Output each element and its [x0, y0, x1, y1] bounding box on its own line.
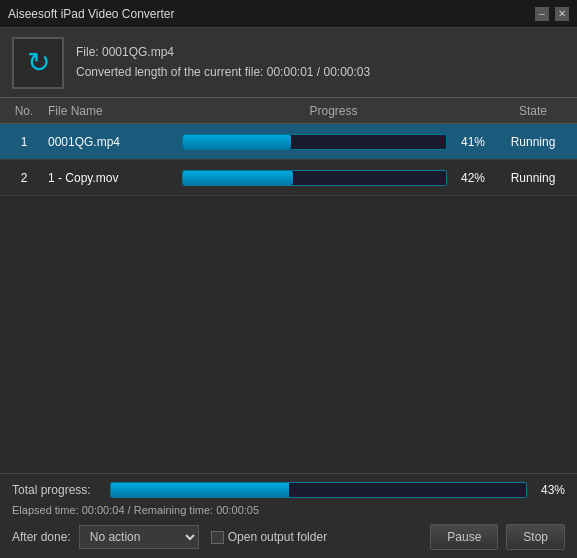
app-title: Aiseesoft iPad Video Converter — [8, 7, 175, 21]
after-done-label: After done: — [12, 530, 71, 544]
file-table: No. File Name Progress State 1 0001QG.mp… — [0, 98, 577, 448]
elapsed-time: Elapsed time: 00:00:04 / Remaining time:… — [12, 504, 565, 516]
convert-icon: ↻ — [27, 46, 50, 79]
total-progress-fill — [111, 483, 289, 497]
pause-button[interactable]: Pause — [430, 524, 498, 550]
after-done-select[interactable]: No action Open output folder Shutdown Hi… — [79, 525, 199, 549]
row-state: Running — [493, 135, 573, 149]
progress-percent: 42% — [455, 171, 485, 185]
total-progress-label: Total progress: — [12, 483, 102, 497]
row-progress-cell: 42% — [174, 170, 493, 186]
open-output-checkbox-area: Open output folder — [211, 530, 327, 544]
row-state: Running — [493, 171, 573, 185]
total-progress-percent: 43% — [535, 483, 565, 497]
close-button[interactable]: ✕ — [555, 7, 569, 21]
row-no: 2 — [4, 171, 44, 185]
title-bar: Aiseesoft iPad Video Converter – ✕ — [0, 0, 577, 28]
header-state: State — [493, 104, 573, 118]
action-row: After done: No action Open output folder… — [12, 524, 565, 550]
window-controls: – ✕ — [535, 7, 569, 21]
progress-bar-container — [182, 170, 447, 186]
bottom-panel: Total progress: 43% Elapsed time: 00:00:… — [0, 473, 577, 558]
header-filename: File Name — [44, 104, 174, 118]
progress-bar-fill — [183, 135, 291, 149]
progress-bar-fill — [183, 171, 293, 185]
total-progress-row: Total progress: 43% — [12, 482, 565, 498]
file-icon: ↻ — [12, 37, 64, 89]
info-panel: ↻ File: 0001QG.mp4 Converted length of t… — [0, 28, 577, 98]
table-header: No. File Name Progress State — [0, 98, 577, 124]
open-output-checkbox[interactable] — [211, 531, 224, 544]
row-no: 1 — [4, 135, 44, 149]
row-progress-cell: 41% — [174, 134, 493, 150]
open-output-label: Open output folder — [228, 530, 327, 544]
table-row[interactable]: 1 0001QG.mp4 41% Running — [0, 124, 577, 160]
table-row[interactable]: 2 1 - Copy.mov 42% Running — [0, 160, 577, 196]
current-file-name: File: 0001QG.mp4 — [76, 43, 370, 62]
header-no: No. — [4, 104, 44, 118]
row-filename: 0001QG.mp4 — [44, 135, 174, 149]
progress-bar-container — [182, 134, 447, 150]
row-filename: 1 - Copy.mov — [44, 171, 174, 185]
progress-percent: 41% — [455, 135, 485, 149]
minimize-button[interactable]: – — [535, 7, 549, 21]
header-progress: Progress — [174, 104, 493, 118]
total-progress-bar — [110, 482, 527, 498]
info-text: File: 0001QG.mp4 Converted length of the… — [76, 43, 370, 81]
converted-length: Converted length of the current file: 00… — [76, 63, 370, 82]
stop-button[interactable]: Stop — [506, 524, 565, 550]
